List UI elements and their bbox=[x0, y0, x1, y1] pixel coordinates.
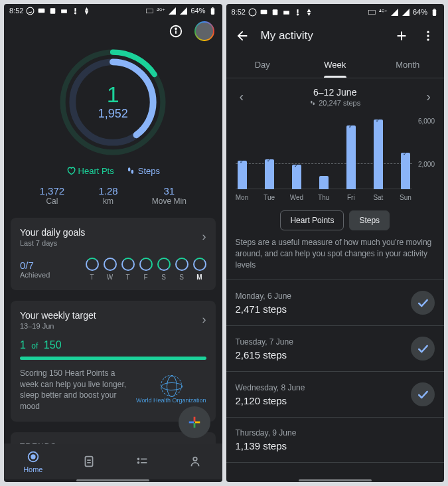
activity-screen: 8:52 ⁴ᴳ⁺ 64% My activity bbox=[226, 4, 445, 482]
weekly-goal: 150 bbox=[44, 339, 62, 351]
clock: 8:52 bbox=[9, 7, 23, 15]
who-globe-icon bbox=[161, 375, 182, 396]
next-week-icon[interactable]: › bbox=[422, 85, 435, 108]
svg-rect-7 bbox=[210, 8, 214, 15]
check-icon bbox=[411, 291, 435, 315]
tab-week[interactable]: Week bbox=[299, 52, 372, 78]
app-icon-1 bbox=[48, 7, 57, 15]
svg-rect-6 bbox=[147, 9, 153, 13]
app-icon-3 bbox=[71, 7, 80, 15]
weekly-target-card[interactable]: Your weekly target 13–19 Jun › 1 of 150 … bbox=[11, 301, 216, 422]
weekly-current: 1 bbox=[20, 339, 26, 351]
prev-week-icon[interactable]: ‹ bbox=[236, 85, 248, 108]
gesture-handle[interactable] bbox=[299, 479, 372, 481]
daily-days: T W T F S S M bbox=[59, 258, 206, 281]
bar-sat[interactable]: ✓ bbox=[372, 120, 385, 189]
stat-movemin[interactable]: 31 Move Min bbox=[152, 185, 187, 206]
bar-wed[interactable]: ✓ bbox=[290, 165, 303, 189]
app-icon-3 bbox=[293, 8, 302, 17]
heart-legend-label: Heart Pts bbox=[78, 166, 114, 176]
back-icon[interactable] bbox=[234, 28, 250, 44]
bar-tue[interactable]: ✓ bbox=[263, 159, 276, 189]
period-tabs: Day Week Month bbox=[226, 52, 445, 78]
chevron-right-icon: › bbox=[202, 313, 206, 327]
svg-rect-24 bbox=[85, 457, 92, 467]
signal-icon-2 bbox=[402, 8, 410, 17]
svg-rect-20 bbox=[188, 422, 193, 424]
stats-row: 1,372 Cal 1.28 km 31 Move Min bbox=[4, 176, 222, 212]
app-icon-2 bbox=[282, 8, 291, 17]
nav-home[interactable]: Home bbox=[23, 449, 42, 473]
bar-fri[interactable]: ✓ bbox=[344, 125, 358, 189]
steps-legend: Steps bbox=[126, 166, 160, 176]
bar-mon[interactable]: ✓ bbox=[236, 161, 249, 189]
app-icon-1 bbox=[271, 8, 279, 17]
steps-bar-chart[interactable]: 6,000 2,000 ✓✓✓✓✓✓ MonTueWedThuFriSatSun bbox=[236, 115, 435, 201]
steps-legend-label: Steps bbox=[138, 166, 160, 176]
tab-day[interactable]: Day bbox=[226, 52, 299, 78]
whatsapp-icon bbox=[248, 8, 257, 17]
svg-rect-35 bbox=[283, 11, 289, 14]
range-selector: ‹ 6–12 June 20,247 steps › bbox=[226, 78, 445, 112]
plus-icon bbox=[187, 415, 202, 430]
nav-profile[interactable] bbox=[188, 454, 202, 469]
signal-icon bbox=[390, 8, 399, 17]
app-icon-2 bbox=[60, 7, 68, 15]
day-row[interactable]: Monday, 6 June 2,471 steps bbox=[226, 280, 445, 326]
signal-icon-2 bbox=[179, 7, 188, 15]
check-icon bbox=[411, 382, 435, 406]
chip-heart-points[interactable]: Heart Points bbox=[280, 210, 344, 230]
svg-rect-21 bbox=[194, 422, 199, 424]
bar-thu[interactable] bbox=[317, 176, 331, 189]
tab-month[interactable]: Month bbox=[372, 52, 445, 78]
volte-icon bbox=[145, 7, 154, 15]
check-icon bbox=[411, 337, 435, 361]
svg-point-27 bbox=[138, 458, 139, 459]
day-list: Monday, 6 June 2,471 steps Tuesday, 7 Ju… bbox=[226, 280, 445, 463]
stat-cal[interactable]: 1,372 Cal bbox=[40, 185, 65, 206]
fab-add[interactable] bbox=[179, 406, 210, 438]
chip-steps[interactable]: Steps bbox=[349, 210, 390, 230]
daily-fraction: 0/7 bbox=[20, 260, 50, 271]
day-row[interactable]: Thursday, 9 June 1,139 steps bbox=[226, 418, 445, 463]
svg-rect-19 bbox=[193, 423, 195, 428]
avatar[interactable] bbox=[194, 21, 214, 41]
gesture-handle[interactable] bbox=[76, 479, 149, 481]
whatsapp-icon bbox=[26, 7, 35, 15]
network-text: ⁴ᴳ⁺ bbox=[157, 7, 165, 14]
info-icon[interactable] bbox=[168, 23, 184, 39]
daily-goals-card[interactable]: Your daily goals Last 7 days › 0/7 Achie… bbox=[11, 218, 216, 290]
day-row[interactable]: Wednesday, 8 June 2,120 steps bbox=[226, 372, 445, 418]
chevron-right-icon: › bbox=[202, 230, 206, 244]
svg-point-45 bbox=[313, 102, 315, 105]
svg-rect-3 bbox=[62, 9, 68, 13]
day-row[interactable]: Tuesday, 7 June 2,615 steps bbox=[226, 326, 445, 372]
svg-rect-8 bbox=[212, 7, 213, 8]
svg-point-16 bbox=[128, 168, 131, 172]
range-subtitle: 20,247 steps bbox=[309, 99, 360, 107]
page-title: My activity bbox=[261, 29, 313, 42]
range-title: 6–12 June bbox=[313, 87, 356, 98]
add-icon[interactable] bbox=[394, 28, 410, 44]
app-icon-4 bbox=[82, 7, 91, 15]
nav-journal[interactable] bbox=[82, 454, 96, 469]
steps-value: 1,952 bbox=[98, 107, 128, 121]
status-bar: 8:52 ⁴ᴳ⁺ 64% bbox=[226, 4, 445, 20]
svg-rect-1 bbox=[38, 9, 45, 13]
heart-legend: Heart Pts bbox=[66, 166, 114, 176]
svg-rect-38 bbox=[369, 10, 376, 15]
activity-ring[interactable]: 1 1,952 Heart Pts Steps 1,372 Cal 1.28 k… bbox=[4, 45, 222, 212]
nav-browse[interactable] bbox=[135, 454, 149, 469]
signal-icon bbox=[168, 7, 177, 15]
svg-point-23 bbox=[31, 455, 35, 459]
weekly-title: Your weekly target bbox=[20, 310, 96, 321]
more-icon[interactable] bbox=[420, 28, 436, 44]
svg-point-32 bbox=[249, 9, 256, 16]
daily-achieved: Achieved bbox=[20, 271, 50, 279]
svg-point-37 bbox=[297, 13, 299, 15]
svg-rect-39 bbox=[433, 9, 436, 16]
bar-sun[interactable]: ✓ bbox=[399, 153, 412, 189]
svg-point-44 bbox=[311, 100, 313, 103]
stat-km[interactable]: 1.28 km bbox=[98, 185, 117, 206]
home-screen: 8:52 ⁴ᴳ⁺ 64% bbox=[4, 4, 222, 482]
